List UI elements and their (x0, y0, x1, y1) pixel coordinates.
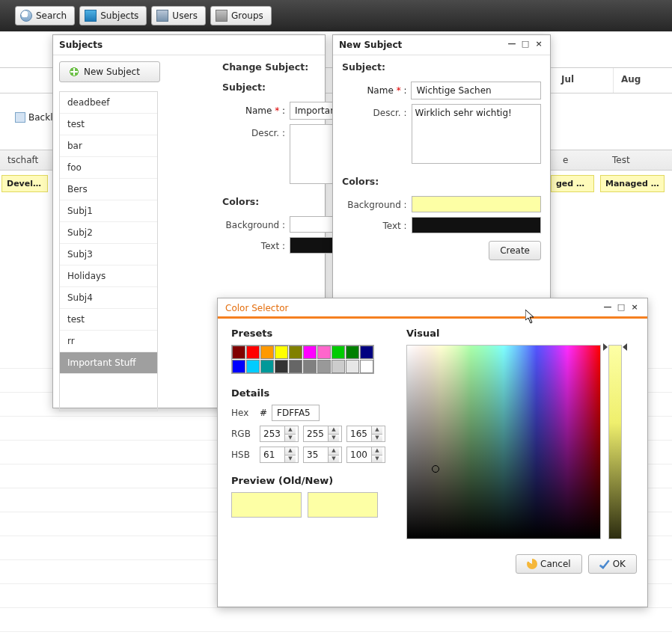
subject-list-item[interactable]: rr (60, 331, 157, 352)
new-subject-header[interactable]: New Subject — □ × (333, 35, 550, 55)
subject-list-item[interactable]: Subj3 (60, 244, 157, 266)
ns-txt-label: Text : (342, 217, 412, 231)
cancel-button[interactable]: Cancel (516, 554, 582, 574)
color-selector-title: Color Selector (225, 303, 288, 313)
hex-input[interactable] (272, 405, 320, 421)
visual-heading: Visual (406, 328, 622, 339)
preset-swatch[interactable] (332, 360, 345, 373)
hsb-s-input[interactable]: ▲▼ (303, 447, 342, 463)
preset-swatch[interactable] (360, 360, 373, 373)
subject-list-item[interactable]: test (60, 309, 157, 331)
ns-colors-heading: Colors: (342, 176, 541, 187)
cat-right-e: e (555, 150, 575, 170)
new-subject-label: New Subject (84, 67, 140, 77)
preset-swatch[interactable] (246, 360, 260, 373)
ns-name-input[interactable] (411, 82, 541, 99)
cs-close-icon[interactable]: × (629, 303, 640, 313)
preset-swatch[interactable] (303, 360, 317, 373)
preset-swatch[interactable] (232, 346, 245, 359)
subject-list-item[interactable]: Subj1 (60, 200, 157, 222)
new-subject-window: New Subject — □ × Subject: Name * : Desc… (332, 34, 551, 299)
rgb-g-input[interactable]: ▲▼ (303, 426, 342, 442)
preset-swatch[interactable] (346, 346, 359, 359)
spin-up-icon[interactable]: ▲ (285, 426, 296, 434)
task-chip-dev[interactable]: Developr (1, 175, 48, 192)
subjects-tab[interactable]: Subjects (79, 6, 147, 25)
ns-descr-input[interactable] (412, 104, 541, 164)
new-subject-button[interactable]: New Subject (59, 61, 160, 82)
ns-bg-label: Background : (342, 196, 412, 210)
new-subject-title: New Subject (339, 40, 402, 50)
month-aug: Aug (614, 68, 672, 93)
ns-text-swatch[interactable] (412, 217, 541, 233)
subject-list-item[interactable]: deadbeef (60, 92, 157, 114)
rgb-label: RGB (231, 429, 255, 439)
rgb-b-input[interactable]: ▲▼ (346, 426, 385, 442)
subject-list-item[interactable]: Subj4 (60, 287, 157, 309)
task-chip-ms2[interactable]: Managed S... (600, 175, 665, 192)
create-button[interactable]: Create (489, 241, 541, 260)
preset-swatch[interactable] (332, 346, 345, 359)
preset-swatch[interactable] (289, 346, 302, 359)
groups-tab[interactable]: Groups (210, 6, 272, 25)
ok-button[interactable]: OK (588, 554, 637, 574)
ns-bg-swatch[interactable] (412, 196, 541, 212)
preset-swatch[interactable] (346, 360, 359, 373)
preset-swatch[interactable] (289, 360, 302, 373)
preset-swatch[interactable] (275, 360, 288, 373)
hue-marker-right-icon (623, 343, 627, 351)
subjects-window-header[interactable]: Subjects (53, 35, 325, 55)
details-heading: Details (231, 387, 388, 399)
preset-swatch[interactable] (317, 346, 331, 359)
hue-slider[interactable] (608, 345, 622, 539)
plus-icon (69, 67, 79, 77)
cat-right-test: Test (605, 150, 638, 170)
preview-heading: Preview (Old/New) (231, 475, 388, 486)
subject-list-item[interactable]: Subj2 (60, 222, 157, 244)
hsb-h-input[interactable]: ▲▼ (260, 447, 299, 463)
preset-swatch[interactable] (275, 346, 288, 359)
subject-list-item[interactable]: bar (60, 135, 157, 157)
subjects-icon (85, 10, 97, 22)
minimize-icon[interactable]: — (507, 40, 517, 50)
subject-list-item[interactable]: test (60, 114, 157, 135)
color-selector-header[interactable]: Color Selector — □ × (218, 298, 647, 316)
preset-swatch[interactable] (303, 346, 317, 359)
subjects-list[interactable]: deadbeeftestbarfooBersSubj1Subj2Subj3Hol… (59, 91, 158, 411)
search-tab-label: Search (36, 10, 67, 21)
preset-swatch[interactable] (260, 346, 274, 359)
rgb-r-input[interactable]: ▲▼ (260, 426, 299, 442)
subject-list-item[interactable]: Holidays (60, 266, 157, 287)
maximize-icon[interactable]: □ (520, 40, 531, 50)
groups-tab-label: Groups (231, 10, 263, 21)
subject-list-item[interactable]: Important Stuff (60, 352, 157, 374)
sv-cursor-icon (432, 465, 439, 473)
calendar-icon (15, 112, 25, 123)
users-tab[interactable]: Users (151, 6, 206, 25)
preset-swatch[interactable] (246, 346, 260, 359)
preset-swatch[interactable] (260, 360, 274, 373)
ns-name-label: Name (367, 85, 393, 96)
search-tab[interactable]: Search (15, 6, 75, 25)
descr-label: Descr. : (222, 124, 290, 138)
undo-icon (527, 559, 537, 569)
subject-list-item[interactable]: Bers (60, 179, 157, 200)
hue-marker-left-icon (603, 343, 608, 351)
preview-old-swatch (231, 492, 302, 518)
sv-picker[interactable] (406, 345, 601, 539)
cs-maximize-icon[interactable]: □ (616, 303, 626, 313)
preview-new-swatch (308, 492, 378, 518)
task-chip-ms1[interactable]: ged S... (551, 175, 594, 192)
preset-swatch[interactable] (317, 360, 331, 373)
spin-down-icon[interactable]: ▼ (285, 434, 296, 441)
cs-minimize-icon[interactable]: — (602, 303, 613, 313)
preset-swatch[interactable] (232, 360, 245, 373)
hsb-b-input[interactable]: ▲▼ (346, 447, 385, 463)
change-txt-label: Text : (222, 237, 290, 251)
presets-grid (231, 345, 374, 374)
groups-icon (216, 10, 227, 22)
ns-subject-section: Subject: (342, 61, 541, 73)
close-icon[interactable]: × (534, 40, 544, 50)
preset-swatch[interactable] (360, 346, 373, 359)
subject-list-item[interactable]: foo (60, 157, 157, 179)
